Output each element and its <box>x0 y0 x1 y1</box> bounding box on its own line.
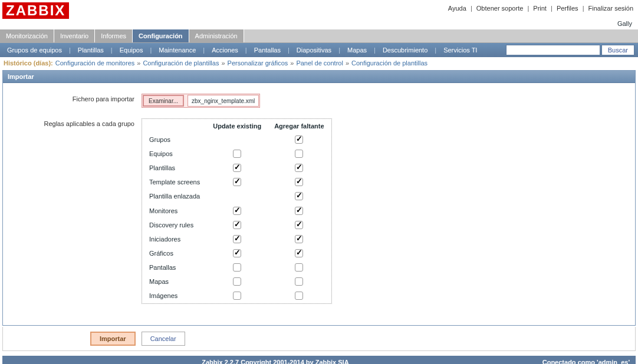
search-input[interactable] <box>506 45 600 55</box>
table-row: Grupos <box>143 133 330 146</box>
logout-link[interactable]: Finalizar sesión <box>588 5 633 12</box>
rule-label: Grupos <box>143 133 206 146</box>
add-checkbox[interactable] <box>295 292 303 300</box>
subtab-screens[interactable]: Pantallas <box>251 44 284 56</box>
rule-label: Gráficos <box>143 247 206 260</box>
rules-table: Update existing Agregar faltante GruposE… <box>142 118 332 304</box>
table-row: Plantilla enlazada <box>143 190 330 203</box>
subtab-discovery[interactable]: Descubrimiento <box>379 44 431 56</box>
add-checkbox[interactable] <box>295 277 303 286</box>
add-checkbox[interactable] <box>295 164 303 172</box>
update-checkbox[interactable] <box>233 249 241 257</box>
table-row: Template screens <box>143 176 330 188</box>
bc-5[interactable]: Configuración de plantillas <box>351 59 427 67</box>
sub-tabs: Grupos de equipos| Plantillas| Equipos| … <box>0 43 638 57</box>
table-row: Plantillas <box>143 161 330 174</box>
rule-label: Plantilla enlazada <box>143 190 206 203</box>
table-row: Monitores <box>143 204 330 217</box>
rule-label: Equipos <box>143 147 206 160</box>
bc-2[interactable]: Configuración de plantillas <box>143 59 219 67</box>
bc-1[interactable]: Configuración de monitores <box>55 59 135 67</box>
support-link[interactable]: Obtener soporte <box>476 5 524 12</box>
subtab-actions[interactable]: Acciones <box>208 44 242 56</box>
table-row: Discovery rules <box>143 219 330 231</box>
cancel-button[interactable]: Cancelar <box>142 332 185 346</box>
tab-monitoring[interactable]: Monitorización <box>0 29 54 42</box>
update-checkbox[interactable] <box>233 178 241 186</box>
search-button[interactable]: Buscar <box>601 45 634 55</box>
history-label: Histórico (días): <box>4 59 53 67</box>
add-checkbox[interactable] <box>295 135 303 144</box>
add-checkbox[interactable] <box>295 178 303 186</box>
footer-left: Zabbix 2.2.7 Copyright 2001-2014 by Zabb… <box>8 359 542 364</box>
main-tabs: Monitorización Inventario Informes Confi… <box>0 29 638 43</box>
table-row: Mapas <box>143 275 330 288</box>
col-add: Agregar faltante <box>268 120 330 132</box>
tab-administration[interactable]: Administración <box>189 29 244 42</box>
print-link[interactable]: Print <box>533 5 547 12</box>
update-checkbox[interactable] <box>233 207 241 215</box>
subtab-templates[interactable]: Plantillas <box>74 44 107 56</box>
add-checkbox[interactable] <box>295 235 303 243</box>
add-checkbox[interactable] <box>295 207 303 215</box>
rule-label: Monitores <box>143 204 206 217</box>
filename-label: zbx_nginx_template.xml <box>188 95 259 107</box>
subtab-maintenance[interactable]: Maintenance <box>155 44 199 56</box>
update-checkbox[interactable] <box>233 150 241 158</box>
rule-label: Imágenes <box>143 289 206 302</box>
update-checkbox[interactable] <box>233 235 241 243</box>
tab-inventory[interactable]: Inventario <box>54 29 95 42</box>
profile-link[interactable]: Perfiles <box>557 5 578 12</box>
action-row: Importar Cancelar <box>2 327 636 351</box>
rule-label: Mapas <box>143 275 206 288</box>
rule-label: Plantillas <box>143 161 206 174</box>
import-panel: Importar Fichero para importar Examinar.… <box>2 70 636 326</box>
rule-label: Template screens <box>143 176 206 188</box>
col-update: Update existing <box>207 120 267 132</box>
browse-button[interactable]: Examinar... <box>143 95 184 107</box>
help-link[interactable]: Ayuda <box>448 5 466 12</box>
update-checkbox[interactable] <box>233 164 241 172</box>
subtab-hosts[interactable]: Equipos <box>116 44 147 56</box>
top-links: Ayuda | Obtener soporte | Print | Perfil… <box>448 2 633 12</box>
update-checkbox[interactable] <box>233 263 241 272</box>
subtab-it[interactable]: Servicios TI <box>440 44 481 56</box>
logo[interactable]: ZABBIX <box>2 2 69 19</box>
file-label: Fichero para importar <box>27 94 142 102</box>
update-checkbox[interactable] <box>233 221 241 229</box>
table-row: Imágenes <box>143 289 330 302</box>
bc-3[interactable]: Personalizar gráficos <box>228 59 288 67</box>
rule-label: Discovery rules <box>143 219 206 231</box>
panel-title: Importar <box>3 71 635 83</box>
table-row: Iniciadores <box>143 233 330 246</box>
rule-label: Iniciadores <box>143 233 206 246</box>
import-button[interactable]: Importar <box>90 332 136 346</box>
add-checkbox[interactable] <box>295 263 303 272</box>
table-row: Gráficos <box>143 247 330 260</box>
add-checkbox[interactable] <box>295 192 303 200</box>
tab-reports[interactable]: Informes <box>95 29 133 42</box>
table-row: Pantallas <box>143 261 330 274</box>
rule-label: Pantallas <box>143 261 206 274</box>
subtab-slides[interactable]: Diapositivas <box>293 44 335 56</box>
breadcrumb: Histórico (días): Configuración de monit… <box>0 57 638 69</box>
rules-label: Reglas aplicables a cada grupo <box>27 118 142 127</box>
add-checkbox[interactable] <box>295 221 303 229</box>
add-checkbox[interactable] <box>295 150 303 158</box>
update-checkbox[interactable] <box>233 292 241 300</box>
update-checkbox[interactable] <box>233 277 241 286</box>
subtab-hostgroups[interactable]: Grupos de equipos <box>4 44 65 56</box>
footer: Zabbix 2.2.7 Copyright 2001-2014 by Zabb… <box>2 356 636 364</box>
table-row: Equipos <box>143 147 330 160</box>
subtab-maps[interactable]: Mapas <box>344 44 370 56</box>
add-checkbox[interactable] <box>295 249 303 257</box>
tab-configuration[interactable]: Configuración <box>133 29 189 42</box>
footer-right: Conectado como 'admin_es' <box>542 359 630 364</box>
bc-4[interactable]: Panel de control <box>296 59 343 67</box>
username-label: Gally <box>0 19 638 29</box>
